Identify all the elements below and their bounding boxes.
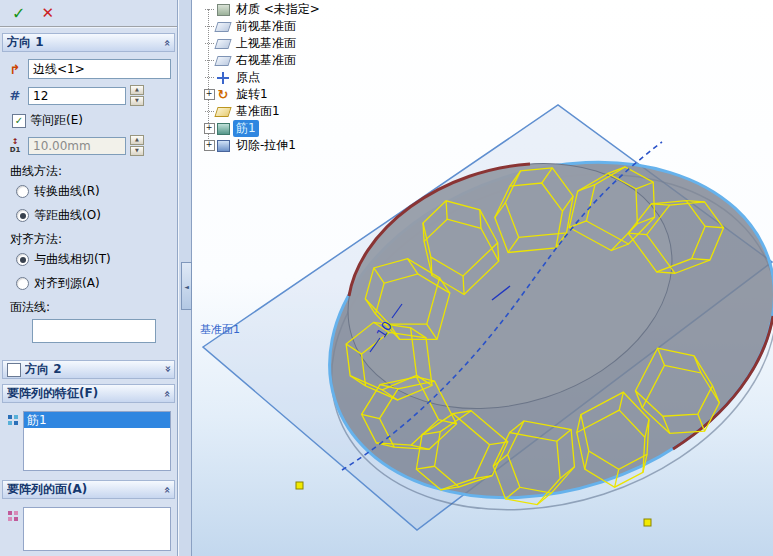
faces-group-body — [2, 499, 175, 555]
chevron-up-icon[interactable]: « — [160, 390, 173, 396]
plane-icon — [216, 37, 230, 51]
face-normal-selection-box[interactable] — [32, 319, 156, 343]
features-group-title: 要阵列的特征(F) — [7, 385, 164, 402]
collapse-left-icon: ◄ — [184, 283, 189, 290]
edge-select-row: ↱ 边线<1> — [6, 59, 171, 79]
faces-to-pattern-group: 要阵列的面(A) « — [2, 480, 175, 555]
vertex-marker[interactable] — [644, 519, 651, 526]
equal-spacing-row: ✓ 等间距(E) — [12, 112, 171, 129]
radio-icon-selected[interactable] — [16, 253, 29, 266]
spacing-dimension-icon: ↕ D1 — [6, 137, 24, 155]
radio-icon[interactable] — [16, 185, 29, 198]
spinner-up-button[interactable]: ▲ — [130, 85, 144, 95]
direction1-group: 方向 1 « ↱ 边线<1> # ▲ ▼ — [2, 33, 175, 355]
selected-tree-label: 筋1 — [233, 120, 259, 137]
faces-group-title: 要阵列的面(A) — [7, 481, 164, 498]
expand-plus-icon[interactable]: + — [204, 89, 215, 100]
radio-align-seed-label: 对齐到源(A) — [34, 275, 100, 292]
direction1-body: ↱ 边线<1> # ▲ ▼ ✓ 等间距(E) — [2, 52, 175, 355]
origin-icon — [216, 71, 230, 85]
panel-collapse-handle[interactable]: ◄ — [181, 262, 192, 310]
dim-arrow-glyph: ↕ — [12, 138, 19, 146]
spacing-input — [28, 137, 126, 155]
datum-plane-label[interactable]: 基准面1 — [200, 323, 240, 336]
instance-count-icon: # — [6, 87, 24, 105]
tree-item-origin[interactable]: 原点 — [202, 69, 323, 86]
pattern-faces-icon — [6, 507, 20, 525]
direction2-header[interactable]: 方向 2 « — [2, 360, 175, 379]
spinner-up-button[interactable]: ▲ — [130, 135, 144, 145]
spacing-spinner: ▲ ▼ — [130, 135, 144, 156]
radio-icon[interactable] — [16, 277, 29, 290]
chevron-down-icon[interactable]: « — [160, 366, 173, 372]
radio-transform-curve-label: 转换曲线(R) — [34, 183, 100, 200]
features-group-body: 筋1 — [2, 403, 175, 475]
equal-spacing-checkbox[interactable]: ✓ — [12, 114, 26, 128]
cancel-button[interactable]: ✕ — [41, 4, 54, 22]
rib-icon — [216, 122, 230, 136]
features-listbox[interactable]: 筋1 — [23, 411, 171, 471]
revolve-icon: ↻ — [216, 88, 230, 102]
tree-item-plane1[interactable]: 基准面1 — [202, 103, 323, 120]
curve-method-label: 曲线方法: — [10, 163, 171, 180]
radio-tangent-to-curve[interactable]: 与曲线相切(T) — [16, 251, 171, 268]
solidworks-window: ✓ ✕ 方向 1 « ↱ 边线<1> # ▲ — [0, 0, 773, 556]
direction2-group: 方向 2 « — [2, 360, 175, 379]
property-manager-panel: ✓ ✕ 方向 1 « ↱ 边线<1> # ▲ — [0, 0, 178, 556]
tree-item-revolve1[interactable]: + ↻ 旋转1 — [202, 86, 323, 103]
tree-item-material[interactable]: 材质 <未指定> — [202, 1, 323, 18]
equal-spacing-label: 等间距(E) — [30, 112, 83, 129]
count-spinner: ▲ ▼ — [130, 85, 144, 106]
confirm-button[interactable]: ✓ — [12, 4, 25, 23]
align-method-label: 对齐方法: — [10, 231, 171, 248]
tree-item-cut-extrude1[interactable]: + 切除-拉伸1 — [202, 137, 323, 154]
edge-selection-value: 边线<1> — [33, 61, 85, 78]
direction2-checkbox[interactable] — [7, 363, 21, 377]
vertex-marker[interactable] — [296, 482, 303, 489]
radio-offset-curve-label: 等距曲线(O) — [34, 207, 101, 224]
faces-group-header[interactable]: 要阵列的面(A) « — [2, 480, 175, 499]
plane-icon — [216, 54, 230, 68]
edge-selection-field[interactable]: 边线<1> — [28, 59, 171, 79]
faces-listbox[interactable] — [23, 507, 171, 551]
spinner-down-button[interactable]: ▼ — [130, 146, 144, 156]
spinner-down-button[interactable]: ▼ — [130, 96, 144, 106]
direction1-title: 方向 1 — [7, 34, 164, 51]
chevron-up-icon[interactable]: « — [160, 486, 173, 492]
pattern-features-icon — [6, 411, 20, 429]
list-item[interactable]: 筋1 — [24, 412, 170, 428]
face-normal-label: 面法线: — [10, 299, 171, 316]
plane-icon — [216, 20, 230, 34]
radio-align-to-seed[interactable]: 对齐到源(A) — [16, 275, 171, 292]
datum-plane-icon — [216, 105, 230, 119]
radio-icon-selected[interactable] — [16, 209, 29, 222]
cut-extrude-icon — [216, 139, 230, 153]
radio-tangent-label: 与曲线相切(T) — [34, 251, 111, 268]
dim-label-glyph: D1 — [10, 146, 21, 154]
radio-offset-curve[interactable]: 等距曲线(O) — [16, 207, 171, 224]
tree-item-rib1[interactable]: + 筋1 — [202, 120, 323, 137]
features-group-header[interactable]: 要阵列的特征(F) « — [2, 384, 175, 403]
pm-action-bar: ✓ ✕ — [0, 0, 177, 28]
spacing-row: ↕ D1 ▲ ▼ — [6, 135, 171, 156]
tree-item-front-plane[interactable]: 前视基准面 — [202, 18, 323, 35]
edge-pick-icon: ↱ — [6, 60, 24, 78]
direction1-header[interactable]: 方向 1 « — [2, 33, 175, 52]
instance-count-row: # ▲ ▼ — [6, 85, 171, 106]
panel-splitter[interactable]: ◄ — [178, 0, 192, 556]
instance-count-input[interactable] — [28, 87, 126, 105]
feature-tree: 材质 <未指定> 前视基准面 上视基准面 右视基准面 原点 — [202, 1, 323, 154]
radio-transform-curve[interactable]: 转换曲线(R) — [16, 183, 171, 200]
tree-item-right-plane[interactable]: 右视基准面 — [202, 52, 323, 69]
tree-item-top-plane[interactable]: 上视基准面 — [202, 35, 323, 52]
direction2-title: 方向 2 — [25, 361, 164, 378]
graphics-viewport[interactable]: 10 基准面1 材质 <未指定> 前视基准面 上视基准 — [192, 0, 773, 556]
features-to-pattern-group: 要阵列的特征(F) « 筋1 — [2, 384, 175, 475]
expand-plus-icon[interactable]: + — [204, 123, 215, 134]
chevron-up-icon[interactable]: « — [160, 39, 173, 45]
expand-plus-icon[interactable]: + — [204, 140, 215, 151]
material-icon — [216, 3, 230, 17]
